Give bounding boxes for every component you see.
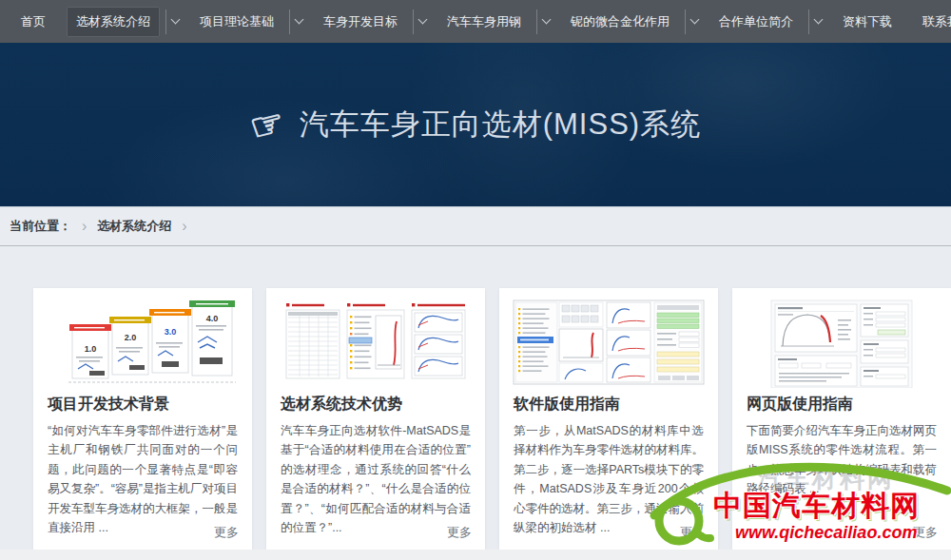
nav-item-downloads[interactable]: 资料下载 — [827, 0, 907, 43]
card-excerpt: 汽车车身正向选材软件-MatSADS是基于“合适的材料使用在合适的位置”的选材理… — [281, 421, 471, 537]
page-title: ☞ 汽车车身正向选材(MISS)系统 — [250, 105, 701, 145]
card-excerpt: 下面简要介绍汽车车身正向选材网页版MISS系统的零件选材流程。第一步，熟悉车身环… — [747, 421, 937, 499]
nav-divider — [165, 10, 166, 34]
card-thumbnail-software-panels[interactable] — [266, 288, 485, 387]
footer-strip — [0, 550, 951, 560]
nav-item-project-theory[interactable]: 项目理论基础 — [184, 0, 308, 43]
nav-divider — [808, 10, 809, 34]
nav-item-selection-system-intro[interactable]: 选材系统介绍 — [61, 0, 184, 43]
nav-item-niobium-microalloying[interactable]: 铌的微合金化作用 — [555, 0, 704, 43]
nav-item-label: 汽车车身用钢 — [437, 7, 531, 37]
chevron-down-icon — [171, 15, 181, 25]
software-ui-image — [512, 297, 706, 388]
svg-text:3.0: 3.0 — [165, 327, 177, 337]
software-panels-image — [279, 297, 473, 388]
chevron-down-icon — [418, 15, 428, 25]
card-title[interactable]: 网页版使用指南 — [747, 395, 937, 415]
roadmap-diagram-image: 1.0 2.0 3.0 4.0 — [46, 297, 240, 388]
hero-title-text: 汽车车身正向选材(MISS)系统 — [300, 105, 701, 145]
card-excerpt: “如何对汽车车身零部件进行选材”是主机厂和钢铁厂共同面对的一个问题，此问题的一个… — [48, 421, 238, 537]
card-title[interactable]: 选材系统技术优势 — [281, 395, 471, 415]
chevron-down-icon — [814, 15, 824, 25]
card-software-guide: 软件版使用指南 第一步，从MatSADS的材料库中选择材料作为车身零件选材的材料… — [499, 288, 718, 550]
nav-divider — [413, 10, 414, 34]
nav-item-auto-body-steel[interactable]: 汽车车身用钢 — [432, 0, 555, 43]
nav-item-partners[interactable]: 合作单位简介 — [704, 0, 827, 43]
svg-text:1.0: 1.0 — [85, 344, 97, 354]
web-ui-image — [745, 297, 939, 388]
nav-item-label: 首页 — [11, 7, 55, 37]
nav-item-label: 资料下载 — [833, 7, 902, 37]
more-link[interactable]: 更多 — [447, 524, 472, 541]
breadcrumb-prefix: 当前位置： — [10, 218, 71, 235]
nav-item-label: 合作单位简介 — [709, 7, 803, 37]
card-project-background: 1.0 2.0 3.0 4.0 — [33, 288, 252, 550]
card-title[interactable]: 软件版使用指南 — [514, 395, 704, 415]
breadcrumb-current[interactable]: 选材系统介绍 — [97, 218, 171, 235]
nav-divider — [536, 10, 537, 34]
nav-item-body-dev-targets[interactable]: 车身开发目标 — [308, 0, 432, 43]
chevron-down-icon — [690, 15, 700, 25]
card-thumbnail-web-ui[interactable] — [732, 288, 951, 387]
nav-item-label: 车身开发目标 — [314, 7, 407, 37]
nav-item-label: 选材系统介绍 — [67, 7, 160, 37]
hero-banner: ☞ 汽车车身正向选材(MISS)系统 — [0, 43, 951, 207]
nav-divider — [685, 10, 686, 34]
top-nav: 首页 选材系统介绍 项目理论基础 车身开发目标 汽车车身用钢 铌的微合金化作用 … — [0, 0, 951, 43]
more-link[interactable]: 更多 — [214, 524, 239, 541]
svg-text:2.0: 2.0 — [125, 333, 137, 342]
more-link[interactable]: 更多 — [680, 524, 705, 541]
nav-item-label: 铌的微合金化作用 — [561, 7, 679, 37]
main-content: 1.0 2.0 3.0 4.0 — [0, 246, 951, 550]
nav-divider — [289, 10, 290, 34]
chevron-right-icon: › — [182, 218, 186, 235]
card-web-guide: 网页版使用指南 下面简要介绍汽车车身正向选材网页版MISS系统的零件选材流程。第… — [732, 288, 951, 550]
chevron-right-icon: › — [82, 218, 87, 235]
card-row: 1.0 2.0 3.0 4.0 — [33, 288, 951, 550]
nav-item-home[interactable]: 首页 — [6, 0, 61, 43]
card-title[interactable]: 项目开发技术背景 — [48, 395, 238, 415]
pointing-hand-icon: ☞ — [246, 102, 288, 146]
nav-item-label: 项目理论基础 — [190, 7, 283, 37]
card-excerpt: 第一步，从MatSADS的材料库中选择材料作为车身零件选材的材料库。第二步，逐一… — [514, 421, 704, 537]
card-thumbnail-software-ui[interactable] — [499, 288, 718, 387]
svg-text:4.0: 4.0 — [206, 314, 219, 323]
card-system-advantages: 选材系统技术优势 汽车车身正向选材软件-MatSADS是基于“合适的材料使用在合… — [266, 288, 485, 550]
chevron-down-icon — [295, 15, 304, 25]
breadcrumb: 当前位置： › 选材系统介绍 › — [0, 207, 951, 246]
nav-item-contact[interactable]: 联系我们 — [907, 0, 951, 43]
more-link[interactable]: 更多 — [913, 524, 938, 541]
chevron-down-icon — [542, 15, 552, 25]
nav-item-label: 联系我们 — [913, 7, 951, 37]
card-thumbnail-roadmap[interactable]: 1.0 2.0 3.0 4.0 — [33, 288, 252, 387]
